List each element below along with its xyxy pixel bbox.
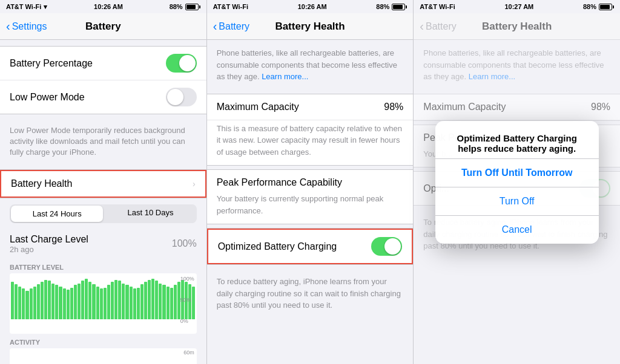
status-right-1: 88% [170, 3, 200, 10]
chart-bar-item [118, 281, 121, 319]
low-power-mode-row[interactable]: Low Power Mode [0, 80, 206, 114]
back-button-1[interactable]: ‹ Settings [6, 19, 47, 33]
activity-section: ACTIVITY 60m 30m [0, 339, 206, 364]
back-button-2[interactable]: ‹ Battery [213, 19, 249, 33]
nav-bar-1: ‹ Settings Battery [0, 13, 206, 40]
chart-bar-item [63, 288, 66, 319]
chart-bar-item [81, 281, 84, 319]
carrier-1: AT&T Wi-Fi [6, 3, 41, 10]
dialog-btn-turn-off-tomorrow[interactable]: Turn Off Until Tomorrow [435, 159, 599, 187]
chart-bar-item [33, 287, 36, 319]
optimized-row[interactable]: Optimized Battery Charging [207, 229, 414, 264]
back-arrow-1: ‹ [6, 19, 10, 33]
chart-bar-item [51, 284, 54, 319]
charge-label: Last Charge Level [10, 234, 88, 245]
peak-performance-section: Peak Performance Capability Your battery… [207, 169, 414, 224]
chart-bar-item [130, 287, 133, 319]
chart-bar-item [15, 284, 18, 319]
dialog-btn-cancel[interactable]: Cancel [435, 216, 599, 244]
chart-bar-item [144, 282, 147, 319]
low-power-note: Low Power Mode temporarily reduces backg… [0, 120, 206, 163]
low-power-label: Low Power Mode [10, 92, 85, 103]
chart-bar-item [22, 288, 25, 319]
tab-24h[interactable]: Last 24 Hours [11, 206, 103, 222]
chart-bar-item [137, 288, 140, 319]
activity-y-60: 60m [183, 349, 194, 356]
chart-y-labels: 100% 50% 0% [180, 276, 194, 324]
chart-bar-item [48, 281, 51, 319]
max-capacity-label: Maximum Capacity [217, 102, 299, 112]
battery-percentage-toggle[interactable] [166, 54, 197, 73]
peak-performance-label: Peak Performance Capability [207, 170, 414, 190]
chart-bar-item [59, 287, 62, 319]
chart-bar-item [30, 288, 33, 319]
optimized-toggle[interactable] [371, 237, 402, 256]
charge-value: 100% [172, 238, 197, 249]
panel-battery-settings: AT&T Wi-Fi ▾ 10:26 AM 88% ‹ Settings Bat… [0, 0, 207, 364]
nav-bar-2: ‹ Battery Battery Health [207, 13, 414, 40]
panel-dialog: AT&T Wi-Fi 10:27 AM 88% ‹ Battery Batter… [414, 0, 620, 364]
status-right-2: 88% [376, 3, 407, 10]
max-capacity-desc: This is a measure of battery capacity re… [207, 120, 414, 166]
panel2-content: Phone batteries, like all rechargeable b… [207, 40, 414, 364]
panel1-content: Battery Percentage Low Power Mode Low Po… [0, 40, 206, 364]
chart-bar-item [67, 290, 70, 319]
toggle-thumb-battery [179, 55, 196, 71]
chart-bar-item [100, 288, 103, 319]
optimized-desc: To reduce battery aging, iPhone learns f… [207, 268, 414, 319]
peak-performance-desc: Your battery is currently supporting nor… [207, 190, 414, 224]
back-label-2: Battery [219, 21, 249, 32]
optimized-label: Optimized Battery Charging [218, 241, 337, 252]
panel2-intro: Phone batteries, like all rechargeable b… [207, 40, 414, 90]
chart-bar-item [25, 291, 28, 319]
chart-bar-item [107, 285, 110, 319]
status-left-1: AT&T Wi-Fi ▾ [6, 3, 47, 11]
chart-bar-item [111, 282, 114, 319]
chart-bar-item [44, 280, 47, 319]
max-capacity-section: Maximum Capacity 98% This is a measure o… [207, 94, 414, 166]
chart-bar-item [74, 285, 77, 319]
panel-battery-health: AT&T Wi-Fi 10:26 AM 88% ‹ Battery Batter… [207, 0, 414, 364]
chart-bar-item [133, 288, 136, 319]
battery-health-row[interactable]: Battery Health › [0, 170, 206, 198]
back-label-1: Settings [12, 21, 47, 32]
battery-icon-1 [185, 4, 200, 10]
carrier-2: AT&T Wi-Fi [213, 3, 248, 10]
activity-chart: 60m 30m [10, 348, 197, 364]
battery-pct-2: 88% [376, 3, 389, 10]
learn-more-link-2[interactable]: Learn more... [262, 72, 308, 81]
back-arrow-2: ‹ [213, 19, 217, 33]
y-label-100: 100% [180, 276, 194, 282]
battery-chart-section: BATTERY LEVEL 100% 50% 0% [0, 264, 206, 334]
chart-bar-item [55, 285, 58, 319]
main-settings-group: Battery Percentage Low Power Mode [0, 46, 206, 114]
chart-bar-item [122, 284, 125, 319]
activity-label: ACTIVITY [10, 339, 197, 346]
chart-bar-item [78, 284, 81, 319]
chevron-icon-health: › [193, 179, 196, 189]
dialog-overlay: Optimized Battery Charging helps reduce … [414, 0, 620, 364]
tab-10d[interactable]: Last 10 Days [104, 204, 196, 223]
battery-chart: 100% 50% 0% [10, 273, 197, 334]
charge-section: Last Charge Level 2h ago 100% [0, 229, 206, 259]
battery-health-label: Battery Health [11, 178, 72, 189]
max-capacity-value: 98% [384, 102, 403, 112]
charge-time: 2h ago [10, 245, 88, 254]
chart-bar-item [174, 285, 177, 319]
battery-percentage-row[interactable]: Battery Percentage [0, 47, 206, 80]
time-1: 10:26 AM [94, 3, 123, 10]
battery-pct-1: 88% [170, 3, 183, 10]
low-power-toggle[interactable] [166, 88, 197, 106]
chart-bar-item [140, 284, 143, 319]
chart-bar-item [148, 280, 151, 319]
battery-percentage-label: Battery Percentage [10, 58, 93, 69]
max-capacity-row: Maximum Capacity 98% [207, 94, 414, 120]
chart-bar-item [155, 281, 158, 319]
wifi-icon-1: ▾ [44, 3, 47, 11]
dialog-btn-turn-off[interactable]: Turn Off [435, 187, 599, 216]
optimized-group: Optimized Battery Charging [207, 228, 414, 265]
battery-level-label: BATTERY LEVEL [10, 264, 197, 271]
chart-bars [10, 273, 197, 322]
chart-bar-item [96, 287, 99, 319]
chart-bar-item [70, 288, 73, 319]
